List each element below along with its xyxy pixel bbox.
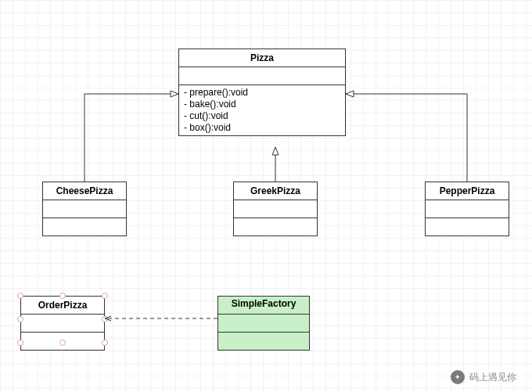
methods-section bbox=[234, 218, 317, 236]
class-greek-pizza[interactable]: GreekPizza bbox=[233, 182, 318, 236]
watermark-text: 码上遇见你 bbox=[469, 371, 516, 384]
attributes-section bbox=[43, 200, 126, 218]
class-title: PepperPizza bbox=[426, 182, 509, 200]
methods-section bbox=[426, 218, 509, 236]
attributes-section bbox=[426, 200, 509, 218]
class-title: Pizza bbox=[179, 49, 345, 67]
attributes-section bbox=[179, 67, 345, 85]
resize-handle-nw[interactable] bbox=[17, 293, 23, 299]
resize-handle-s[interactable] bbox=[59, 340, 66, 346]
class-title: GreekPizza bbox=[234, 182, 317, 200]
resize-handle-ne[interactable] bbox=[102, 293, 108, 299]
methods-section bbox=[43, 218, 126, 236]
resize-handle-se[interactable] bbox=[102, 340, 108, 346]
methods-section: - prepare():void - bake():void - cut():v… bbox=[179, 85, 345, 135]
class-title: OrderPizza bbox=[21, 297, 104, 315]
class-cheese-pizza[interactable]: CheesePizza bbox=[42, 182, 127, 236]
class-pepper-pizza[interactable]: PepperPizza bbox=[425, 182, 509, 236]
resize-handle-sw[interactable] bbox=[17, 340, 23, 346]
watermark: ✦ 码上遇见你 bbox=[451, 370, 516, 384]
attributes-section bbox=[21, 315, 104, 333]
wechat-icon: ✦ bbox=[451, 370, 465, 384]
attributes-section bbox=[218, 315, 309, 333]
methods-section bbox=[218, 333, 309, 350]
resize-handle-n[interactable] bbox=[59, 293, 66, 299]
class-title: CheesePizza bbox=[43, 182, 126, 200]
resize-handle-w[interactable] bbox=[17, 316, 23, 322]
class-title: SimpleFactory bbox=[218, 297, 309, 315]
class-simple-factory[interactable]: SimpleFactory bbox=[217, 296, 310, 351]
class-pizza[interactable]: Pizza - prepare():void - bake():void - c… bbox=[178, 49, 346, 136]
attributes-section bbox=[234, 200, 317, 218]
resize-handle-e[interactable] bbox=[102, 316, 108, 322]
